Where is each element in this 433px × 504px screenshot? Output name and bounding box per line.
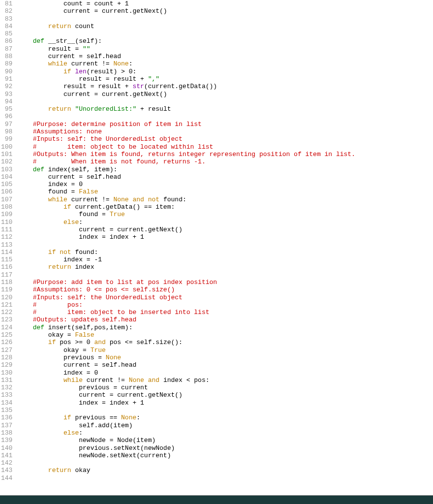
- code-line[interactable]: count = count + 1: [17, 0, 431, 7]
- code-line[interactable]: index = index + 1: [17, 399, 431, 407]
- code-line[interactable]: result = "": [17, 45, 431, 53]
- code-line[interactable]: if current.getData() == item:: [17, 203, 431, 211]
- line-number: 138: [1, 429, 12, 437]
- line-number: 102: [1, 158, 12, 165]
- code-line[interactable]: while current != None and index < pos:: [17, 377, 431, 384]
- code-line[interactable]: # item: object to be inserted into list: [17, 309, 431, 316]
- code-line[interactable]: [17, 459, 431, 467]
- code-line[interactable]: if len(result) > 0:: [17, 68, 431, 75]
- code-line[interactable]: if not found:: [17, 249, 431, 256]
- code-line[interactable]: else:: [17, 429, 431, 437]
- line-number: 87: [1, 45, 12, 53]
- code-line[interactable]: [17, 241, 431, 249]
- code-line[interactable]: # When item is not found, returns -1.: [17, 158, 431, 165]
- line-number: 127: [1, 346, 12, 354]
- line-number: 143: [1, 467, 12, 474]
- code-editor-area[interactable]: count = count + 1 current = current.getN…: [15, 0, 433, 482]
- code-line[interactable]: #Assumptions: 0 <= pos <= self.size(): [17, 286, 431, 293]
- line-number: 128: [1, 354, 12, 361]
- code-line[interactable]: previous = current: [17, 384, 431, 391]
- code-line[interactable]: return "UnorderedList:" + result: [17, 105, 431, 113]
- code-line[interactable]: index = 0: [17, 369, 431, 377]
- line-number: 103: [1, 166, 12, 173]
- code-line[interactable]: #Outputs: When item is found, returns in…: [17, 151, 431, 158]
- code-line[interactable]: #Assumptions: none: [17, 128, 431, 135]
- line-number: 140: [1, 444, 12, 452]
- code-line[interactable]: current = current.getNext(): [17, 226, 431, 233]
- code-line[interactable]: self.add(item): [17, 422, 431, 429]
- code-line[interactable]: #Inputs: self: the UnorderedList object: [17, 135, 431, 143]
- code-line[interactable]: current = self.head: [17, 361, 431, 369]
- line-number: 83: [1, 15, 12, 23]
- line-number: 97: [1, 121, 12, 128]
- line-number: 122: [1, 309, 12, 316]
- line-number: 142: [1, 459, 12, 467]
- line-number: 120: [1, 294, 12, 301]
- code-line[interactable]: [17, 474, 431, 482]
- line-number: 93: [1, 91, 12, 98]
- line-number: 121: [1, 301, 12, 309]
- code-line[interactable]: #Inputs: self: the UnorderedList object: [17, 294, 431, 301]
- code-line[interactable]: current = self.head: [17, 173, 431, 181]
- code-line[interactable]: previous = None: [17, 354, 431, 361]
- line-number: 126: [1, 339, 12, 346]
- code-line[interactable]: def index(self, item):: [17, 166, 431, 173]
- line-number: 109: [1, 211, 12, 218]
- line-number: 106: [1, 188, 12, 195]
- code-line[interactable]: current = current.getNext(): [17, 391, 431, 399]
- line-number: 132: [1, 384, 12, 391]
- code-line[interactable]: current = self.head: [17, 53, 431, 60]
- code-line[interactable]: index = 0: [17, 181, 431, 188]
- line-number: 133: [1, 391, 12, 399]
- code-line[interactable]: current = current.getNext(): [17, 91, 431, 98]
- code-line[interactable]: okay = True: [17, 346, 431, 354]
- code-line[interactable]: # item: object to be located within list: [17, 143, 431, 151]
- line-number: 81: [1, 0, 12, 7]
- line-number: 99: [1, 135, 12, 143]
- code-line[interactable]: #Outputs: updates self.head: [17, 316, 431, 323]
- line-number: 113: [1, 241, 12, 249]
- code-line[interactable]: def __str__(self):: [17, 37, 431, 45]
- code-line[interactable]: index = index + 1: [17, 233, 431, 241]
- code-line[interactable]: okay = False: [17, 331, 431, 339]
- line-number: 111: [1, 226, 12, 233]
- code-line[interactable]: [17, 15, 431, 23]
- code-line[interactable]: newNode = Node(item): [17, 437, 431, 444]
- code-line[interactable]: else:: [17, 219, 431, 226]
- code-line[interactable]: #Purpose: add item to list at pos index …: [17, 279, 431, 286]
- code-line[interactable]: return index: [17, 263, 431, 271]
- line-number: 112: [1, 233, 12, 241]
- code-line[interactable]: current = current.getNext(): [17, 7, 431, 15]
- code-line[interactable]: #Purpose: determine position of item in …: [17, 121, 431, 128]
- code-line[interactable]: newNode.setNext(current): [17, 452, 431, 459]
- code-line[interactable]: [17, 113, 431, 120]
- code-line[interactable]: [17, 30, 431, 37]
- code-line[interactable]: while current != None:: [17, 60, 431, 67]
- line-number: 123: [1, 316, 12, 323]
- code-line[interactable]: return okay: [17, 467, 431, 474]
- code-line[interactable]: found = False: [17, 188, 431, 195]
- code-line[interactable]: previous.setNext(newNode): [17, 444, 431, 452]
- code-line[interactable]: if previous == None:: [17, 414, 431, 421]
- code-line[interactable]: result = result + ",": [17, 75, 431, 83]
- code-line[interactable]: return count: [17, 23, 431, 30]
- code-line[interactable]: def insert(self,pos,item):: [17, 324, 431, 331]
- line-number: 117: [1, 271, 12, 279]
- code-line[interactable]: while current != None and not found:: [17, 196, 431, 203]
- code-line[interactable]: if pos >= 0 and pos <= self.size():: [17, 339, 431, 346]
- code-line[interactable]: [17, 98, 431, 105]
- code-line[interactable]: result = result + str(current.getData()): [17, 83, 431, 90]
- code-line[interactable]: [17, 407, 431, 414]
- code-line[interactable]: [17, 271, 431, 279]
- code-line[interactable]: # pos:: [17, 301, 431, 309]
- line-number: 107: [1, 196, 12, 203]
- code-line[interactable]: found = True: [17, 211, 431, 218]
- line-number: 98: [1, 128, 12, 135]
- line-number: 95: [1, 105, 12, 113]
- line-number: 144: [1, 474, 12, 482]
- line-number: 141: [1, 452, 12, 459]
- line-number: 131: [1, 377, 12, 384]
- line-number: 84: [1, 23, 12, 30]
- code-line[interactable]: index = -1: [17, 256, 431, 263]
- line-number: 90: [1, 68, 12, 75]
